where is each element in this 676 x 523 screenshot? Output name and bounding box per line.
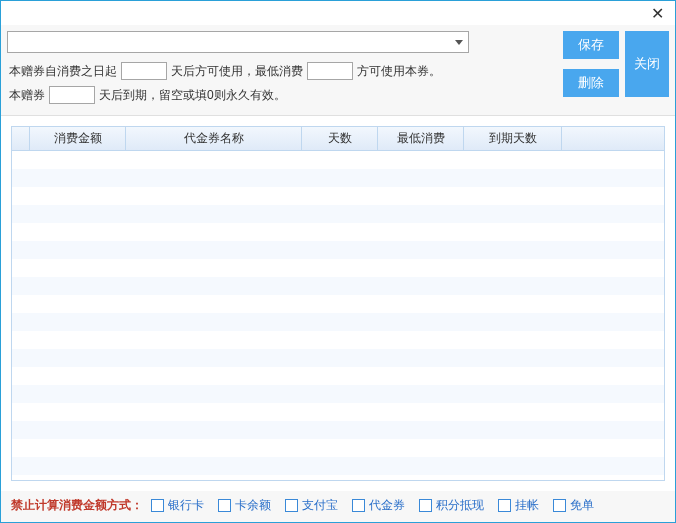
chk-bank-card-label: 银行卡 [168,497,204,514]
line2-pre: 本赠券 [9,87,45,104]
chk-credit-box[interactable] [498,499,511,512]
col-min[interactable]: 最低消费 [378,127,464,150]
chk-voucher[interactable]: 代金券 [352,497,405,514]
delete-button[interactable]: 删除 [563,69,619,97]
voucher-table: 消费金额 代金券名称 天数 最低消费 到期天数 [11,126,665,481]
chk-alipay[interactable]: 支付宝 [285,497,338,514]
chk-card-balance-label: 卡余额 [235,497,271,514]
top-panel: 本赠券自消费之日起 天后方可使用，最低消费 方可使用本券。 本赠券 天后到期，留… [1,25,675,116]
table-row[interactable] [12,439,664,457]
chk-card-balance[interactable]: 卡余额 [218,497,271,514]
chk-points[interactable]: 积分抵现 [419,497,484,514]
chk-points-box[interactable] [419,499,432,512]
table-body[interactable] [12,151,664,480]
table-row[interactable] [12,457,664,475]
close-icon[interactable]: ✕ [645,1,669,25]
button-group: 保存 删除 关闭 [563,31,669,97]
table-row[interactable] [12,241,664,259]
chk-card-balance-box[interactable] [218,499,231,512]
days-usable-input[interactable] [121,62,167,80]
chk-alipay-box[interactable] [285,499,298,512]
line1-mid: 天后方可使用，最低消费 [171,63,303,80]
min-spend-input[interactable] [307,62,353,80]
chk-credit[interactable]: 挂帐 [498,497,539,514]
line1-pre: 本赠券自消费之日起 [9,63,117,80]
combo-input[interactable] [8,32,450,52]
col-expire-days[interactable]: 到期天数 [464,127,562,150]
table-row[interactable] [12,295,664,313]
col-row-handle [12,127,30,150]
table-row[interactable] [12,277,664,295]
save-button[interactable]: 保存 [563,31,619,59]
table-row[interactable] [12,313,664,331]
chk-credit-label: 挂帐 [515,497,539,514]
table-row[interactable] [12,259,664,277]
line1-post: 方可使用本券。 [357,63,441,80]
table-row[interactable] [12,205,664,223]
days-expire-input[interactable] [49,86,95,104]
table-row[interactable] [12,349,664,367]
combo-select[interactable] [7,31,469,53]
chk-points-label: 积分抵现 [436,497,484,514]
table-row[interactable] [12,367,664,385]
col-days[interactable]: 天数 [302,127,378,150]
col-extra [562,127,664,150]
table-row[interactable] [12,403,664,421]
line2-post: 天后到期，留空或填0则永久有效。 [99,87,286,104]
chk-waive[interactable]: 免单 [553,497,594,514]
table-row[interactable] [12,421,664,439]
chk-voucher-box[interactable] [352,499,365,512]
close-button[interactable]: 关闭 [625,31,669,97]
chevron-down-icon[interactable] [450,32,468,52]
table-row[interactable] [12,169,664,187]
titlebar: ✕ [1,1,675,25]
chk-bank-card[interactable]: 银行卡 [151,497,204,514]
table-row[interactable] [12,223,664,241]
table-row[interactable] [12,187,664,205]
footer: 禁止计算消费金额方式： 银行卡 卡余额 支付宝 代金券 积分抵现 挂帐 免单 [1,491,675,522]
chk-waive-label: 免单 [570,497,594,514]
chk-bank-card-box[interactable] [151,499,164,512]
footer-label: 禁止计算消费金额方式： [11,497,143,514]
col-amount[interactable]: 消费金额 [30,127,126,150]
chk-alipay-label: 支付宝 [302,497,338,514]
table-row[interactable] [12,331,664,349]
col-name[interactable]: 代金券名称 [126,127,302,150]
chk-waive-box[interactable] [553,499,566,512]
table-row[interactable] [12,385,664,403]
table-row[interactable] [12,151,664,169]
table-header: 消费金额 代金券名称 天数 最低消费 到期天数 [12,127,664,151]
window: ✕ 本赠券自消费之日起 天后方可使用，最低消费 方可使用本券。 本赠券 天后到期… [0,0,676,523]
chk-voucher-label: 代金券 [369,497,405,514]
